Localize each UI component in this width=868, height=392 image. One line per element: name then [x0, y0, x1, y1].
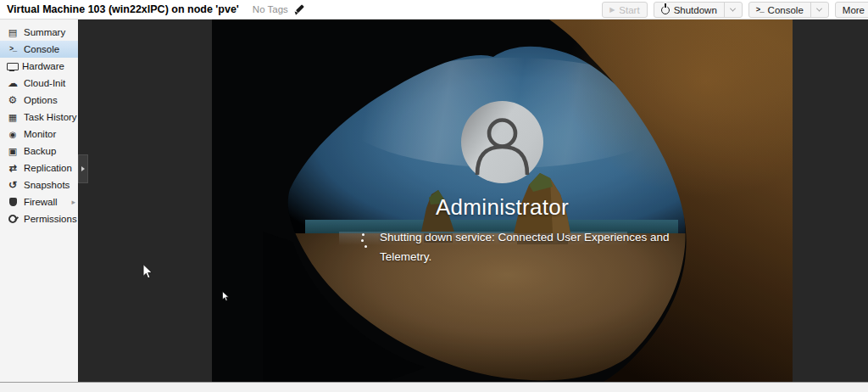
- console-button[interactable]: >_ Console: [748, 2, 829, 18]
- status-line-2: Telemetry.: [380, 247, 669, 266]
- sidebar-item-hardware[interactable]: Hardware: [0, 58, 78, 75]
- start-button[interactable]: ▶ Start: [602, 2, 647, 18]
- vm-sidebar: Summary Console Hardware Cloud-Init Opti…: [0, 20, 78, 382]
- sidebar-item-label: Console: [24, 44, 59, 54]
- bottom-scroll-strip[interactable]: [0, 382, 868, 392]
- monitor-icon: [7, 62, 17, 71]
- shield-icon: [7, 198, 19, 206]
- edit-tags-pencil-icon[interactable]: [294, 4, 304, 14]
- shutdown-button-label: Shutdown: [674, 5, 717, 15]
- sidebar-item-label: Firewall: [24, 197, 58, 207]
- user-avatar: [461, 101, 543, 183]
- history-icon: [7, 179, 19, 191]
- floppy-disk-icon: [7, 146, 19, 157]
- list-icon: [7, 112, 19, 123]
- gear-icon: [7, 94, 19, 106]
- shutdown-status-text: Shutting down service: Connected User Ex…: [380, 227, 669, 266]
- play-icon: ▶: [609, 6, 615, 14]
- sidebar-item-label: Replication: [24, 163, 72, 173]
- key-icon: [7, 214, 19, 224]
- guest-mouse-cursor: [222, 291, 230, 302]
- status-line-1: Shutting down service: Connected User Ex…: [380, 227, 669, 247]
- proxmox-window: Virtual Machine 103 (win22xlPC) on node …: [0, 0, 868, 392]
- tags-label: No Tags: [253, 4, 288, 14]
- sidebar-item-summary[interactable]: Summary: [0, 24, 78, 41]
- shutdown-dropdown-caret[interactable]: [724, 3, 735, 17]
- sidebar-item-snapshots[interactable]: Snapshots: [0, 176, 78, 193]
- sidebar-item-label: Monitor: [24, 129, 56, 139]
- sidebar-item-label: Permissions: [24, 214, 77, 224]
- vm-header-bar: Virtual Machine 103 (win22xlPC) on node …: [0, 0, 868, 20]
- sidebar-item-label: Task History: [24, 112, 77, 122]
- chevron-down-icon: [730, 6, 736, 12]
- sidebar-item-firewall[interactable]: Firewall ▸: [0, 193, 78, 210]
- eye-icon: [7, 130, 19, 139]
- sidebar-item-backup[interactable]: Backup: [0, 143, 78, 160]
- sidebar-item-options[interactable]: Options: [0, 92, 78, 109]
- sidebar-item-label: Snapshots: [24, 180, 70, 190]
- shutdown-button[interactable]: Shutdown: [654, 2, 743, 18]
- book-icon: [7, 27, 19, 38]
- power-icon: [661, 6, 670, 14]
- terminal-icon: [7, 45, 19, 53]
- sidebar-item-console[interactable]: Console: [0, 41, 78, 58]
- console-panel: Administrator Shutting down service: Con…: [78, 20, 868, 382]
- sidebar-item-task-history[interactable]: Task History: [0, 109, 78, 126]
- sidebar-item-monitor[interactable]: Monitor: [0, 126, 78, 143]
- sidebar-collapse-handle[interactable]: [78, 154, 88, 183]
- sidebar-item-label: Cloud-Init: [24, 78, 65, 88]
- vm-title: Virtual Machine 103 (win22xlPC) on node …: [7, 3, 239, 15]
- sidebar-item-permissions[interactable]: Permissions: [0, 210, 78, 227]
- spinner-dot: [364, 245, 367, 248]
- main-area: Summary Console Hardware Cloud-Init Opti…: [0, 20, 868, 382]
- sidebar-item-label: Hardware: [22, 61, 64, 71]
- sidebar-item-replication[interactable]: Replication: [0, 160, 78, 176]
- vm-action-toolbar: ▶ Start Shutdown >_ Console More: [602, 2, 868, 18]
- sidebar-item-cloud-init[interactable]: Cloud-Init: [0, 75, 78, 92]
- collapse-arrow-icon: [81, 166, 85, 171]
- terminal-icon: >_: [756, 6, 764, 14]
- spinner-dot: [362, 233, 364, 236]
- person-icon: [461, 101, 543, 183]
- start-button-label: Start: [619, 5, 639, 15]
- sidebar-item-label: Summary: [24, 27, 65, 37]
- chevron-down-icon: [816, 6, 822, 12]
- chevron-right-icon: ▸: [71, 198, 75, 206]
- cloud-icon: [7, 77, 19, 89]
- sync-arrows-icon: [7, 163, 19, 174]
- console-button-label: Console: [768, 5, 804, 15]
- spinner-dot: [361, 239, 364, 242]
- more-button-label: More: [843, 5, 865, 15]
- signed-in-username: Administrator: [212, 194, 793, 221]
- vnc-display[interactable]: Administrator Shutting down service: Con…: [212, 20, 793, 382]
- more-button[interactable]: More: [835, 2, 868, 18]
- sidebar-item-label: Backup: [24, 146, 56, 156]
- host-mouse-cursor: [142, 264, 153, 280]
- console-dropdown-caret[interactable]: [810, 3, 821, 17]
- sidebar-item-label: Options: [24, 95, 58, 105]
